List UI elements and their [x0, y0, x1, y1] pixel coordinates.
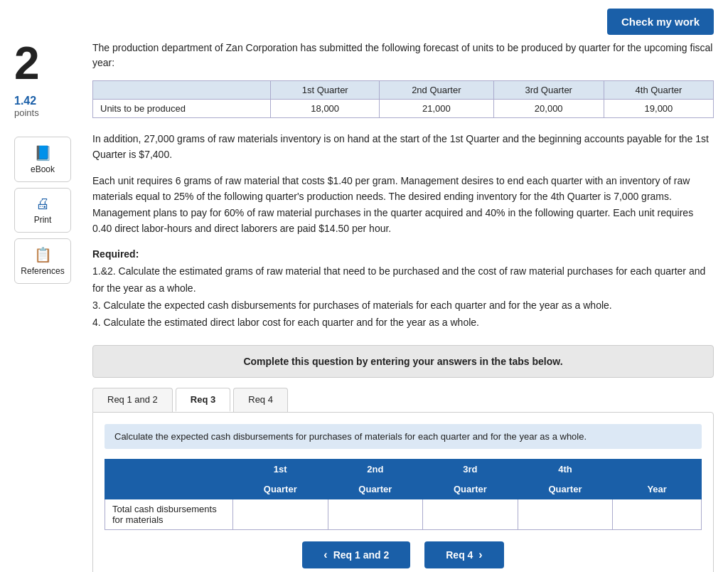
q1-input[interactable] — [240, 509, 321, 520]
forecast-header-empty — [93, 81, 271, 100]
complete-box: Complete this question by entering your … — [92, 345, 714, 378]
detail-text-2: Each unit requires 6 grams of raw materi… — [92, 173, 714, 237]
points-value: 1.42 — [14, 95, 85, 107]
main-layout: 2 1.42 points 📘 eBook 🖨 Print 📋 Referenc… — [0, 41, 728, 572]
left-sidebar: 2 1.42 points 📘 eBook 🖨 Print 📋 Referenc… — [7, 41, 85, 572]
forecast-table: 1st Quarter 2nd Quarter 3rd Quarter 4th … — [92, 80, 714, 118]
check-my-work-button[interactable]: Check my work — [607, 9, 714, 35]
tabs-row: Req 1 and 2 Req 3 Req 4 — [92, 388, 714, 412]
col-q4-header-bot: Quarter — [518, 480, 613, 499]
top-bar: Check my work — [0, 0, 728, 41]
forecast-row-label: Units to be produced — [93, 100, 271, 118]
forecast-q2-value: 21,000 — [380, 100, 493, 118]
prev-button-label: Req 1 and 2 — [333, 549, 390, 561]
row-year[interactable] — [613, 499, 702, 530]
tab-req1and2[interactable]: Req 1 and 2 — [92, 388, 173, 412]
col-q1-header-bot: Quarter — [232, 480, 328, 499]
print-button[interactable]: 🖨 Print — [14, 188, 71, 233]
ebook-icon: 📘 — [34, 144, 52, 161]
forecast-header-q3: 3rd Quarter — [493, 81, 604, 100]
forecast-row: Units to be produced 18,000 21,000 20,00… — [93, 100, 714, 118]
next-button[interactable]: Req 4 › — [424, 541, 503, 568]
references-button[interactable]: 📋 References — [14, 238, 71, 284]
problem-intro: The production department of Zan Corpora… — [92, 41, 714, 70]
col-q2-header-top: 2nd — [328, 460, 423, 480]
points-section: 1.42 points — [7, 92, 85, 129]
content-area: The production department of Zan Corpora… — [85, 41, 721, 572]
row-q3[interactable] — [423, 499, 518, 530]
col-q4-header-top: 4th — [518, 460, 613, 480]
disbursements-table: 1st 2nd 3rd 4th Quarter Quarter Quarter … — [105, 459, 702, 530]
forecast-q1-value: 18,000 — [271, 100, 380, 118]
required-section: Required: 1.&2. Calculate the estimated … — [92, 246, 714, 331]
tab-description: Calculate the expected cash disbursement… — [105, 424, 702, 449]
ebook-button[interactable]: 📘 eBook — [14, 137, 71, 182]
required-item-2: 3. Calculate the expected cash disbursem… — [92, 300, 612, 311]
tab-req3[interactable]: Req 3 — [176, 388, 230, 412]
q3-input[interactable] — [430, 509, 510, 520]
col-label-header2 — [105, 480, 233, 499]
table-header-row2: Quarter Quarter Quarter Quarter Year — [105, 480, 702, 499]
prev-arrow-icon: ‹ — [323, 549, 327, 561]
required-item-3: 4. Calculate the estimated direct labor … — [92, 317, 479, 328]
col-q1-header-top: 1st — [232, 460, 328, 480]
table-header-row1: 1st 2nd 3rd 4th — [105, 460, 702, 480]
print-label: Print — [34, 215, 52, 225]
col-q3-header-bot: Quarter — [423, 480, 518, 499]
ebook-label: eBook — [31, 164, 55, 174]
col-q3-header-top: 3rd — [423, 460, 518, 480]
prev-button[interactable]: ‹ Req 1 and 2 — [302, 541, 410, 568]
nav-buttons: ‹ Req 1 and 2 Req 4 › — [105, 541, 702, 568]
col-year-header-bot: Year — [613, 480, 702, 499]
q2-input[interactable] — [336, 509, 416, 520]
forecast-header-q1: 1st Quarter — [271, 81, 380, 100]
forecast-header-q4: 4th Quarter — [604, 81, 713, 100]
tab-content: Calculate the expected cash disbursement… — [92, 412, 714, 572]
required-title: Required: — [92, 248, 139, 260]
row-q4[interactable] — [518, 499, 613, 530]
col-q2-header-bot: Quarter — [328, 480, 423, 499]
forecast-q4-value: 19,000 — [604, 100, 713, 118]
year-input[interactable] — [620, 509, 694, 520]
table-row: Total cash disbursements for materials — [105, 499, 702, 530]
col-year-header-top — [613, 460, 702, 480]
next-arrow-icon: › — [478, 549, 482, 561]
tab-req4[interactable]: Req 4 — [233, 388, 288, 412]
row-label: Total cash disbursements for materials — [105, 499, 233, 530]
print-icon: 🖨 — [36, 196, 50, 212]
col-label-header — [105, 460, 233, 480]
q4-input[interactable] — [525, 509, 606, 520]
forecast-q3-value: 20,000 — [493, 100, 604, 118]
points-label: points — [14, 107, 85, 118]
references-label: References — [21, 266, 64, 276]
sidebar-buttons: 📘 eBook 🖨 Print 📋 References — [7, 137, 85, 284]
forecast-header-q2: 2nd Quarter — [380, 81, 493, 100]
question-number: 2 — [7, 41, 85, 92]
references-icon: 📋 — [34, 246, 52, 263]
row-q2[interactable] — [328, 499, 423, 530]
row-q1[interactable] — [232, 499, 328, 530]
required-item-1: 1.&2. Calculate the estimated grams of r… — [92, 265, 705, 294]
next-button-label: Req 4 — [446, 549, 473, 561]
detail-text-1: In addition, 27,000 grams of raw materia… — [92, 131, 714, 163]
